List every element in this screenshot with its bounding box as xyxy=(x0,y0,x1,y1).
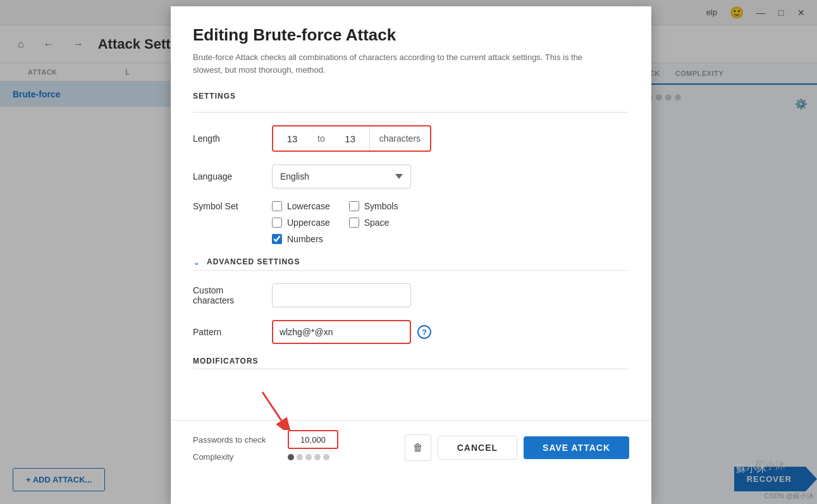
symbols-checkbox[interactable] xyxy=(349,201,359,211)
custom-chars-row: Custom characters xyxy=(193,283,629,307)
chinese-watermark-right: 蘇小沐 xyxy=(736,462,766,476)
delete-button[interactable]: 🗑 xyxy=(405,434,431,461)
comp-dot-4 xyxy=(314,454,321,460)
length-row: Length to characters xyxy=(193,125,629,152)
modal-title: Editing Brute-force Attack xyxy=(193,25,629,45)
checkbox-uppercase[interactable]: Uppercase xyxy=(272,218,330,228)
save-attack-button[interactable]: SAVE ATTACK xyxy=(524,436,629,459)
language-row: Language English French German Spanish xyxy=(193,164,629,188)
language-select[interactable]: English French German Spanish xyxy=(272,164,411,188)
advanced-divider xyxy=(193,270,629,271)
uppercase-checkbox[interactable] xyxy=(272,218,282,228)
comp-dot-2 xyxy=(297,454,303,460)
symbol-set-row: Symbol Set Lowercase Symbols Uppercase S… xyxy=(193,201,629,244)
footer-left: Passwords to check Complexity xyxy=(193,430,395,465)
pattern-label: Pattern xyxy=(193,327,262,337)
modificators-divider xyxy=(193,369,629,369)
symbol-set-label: Symbol Set xyxy=(193,201,262,211)
lowercase-checkbox[interactable] xyxy=(272,201,282,211)
comp-dot-5 xyxy=(323,454,329,460)
custom-chars-input[interactable] xyxy=(272,283,411,307)
pattern-help-icon[interactable]: ? xyxy=(417,325,431,339)
passwords-input[interactable] xyxy=(288,430,338,449)
passwords-label: Passwords to check xyxy=(193,435,281,445)
settings-section-label: SETTINGS xyxy=(193,92,629,101)
symbol-set-options: Lowercase Symbols Uppercase Space Number… xyxy=(272,201,407,244)
complexity-row: Complexity xyxy=(193,452,395,462)
length-label: Length xyxy=(193,133,262,144)
delete-icon: 🗑 xyxy=(413,442,423,453)
settings-divider xyxy=(193,112,629,113)
modal-footer: Passwords to check Complexity 🗑 CANCEL S… xyxy=(171,420,651,474)
custom-chars-label: Custom characters xyxy=(193,285,262,305)
length-separator: to xyxy=(311,133,331,144)
complexity-label: Complexity xyxy=(193,452,281,462)
modal-dialog: Editing Brute-force Attack Brute-force A… xyxy=(171,6,651,504)
checkbox-symbols[interactable]: Symbols xyxy=(349,201,407,211)
cancel-button[interactable]: CANCEL xyxy=(438,436,517,460)
space-label: Space xyxy=(364,218,390,228)
lowercase-label: Lowercase xyxy=(287,201,330,211)
uppercase-label: Uppercase xyxy=(287,218,330,228)
checkbox-numbers[interactable]: Numbers xyxy=(272,234,330,244)
numbers-checkbox[interactable] xyxy=(272,234,282,244)
chevron-down-icon[interactable]: ⌄ xyxy=(193,257,200,267)
modificators-label: MODIFICATORS xyxy=(193,357,629,366)
pattern-group: ? xyxy=(272,320,431,344)
modal-description: Brute-force Attack checks all combinatio… xyxy=(193,51,585,76)
pattern-row: Pattern ? xyxy=(193,320,629,344)
comp-dot-1 xyxy=(288,454,294,460)
modal-body: Editing Brute-force Attack Brute-force A… xyxy=(171,6,651,420)
symbols-label: Symbols xyxy=(364,201,398,211)
language-label: Language xyxy=(193,171,262,181)
complexity-dots xyxy=(288,454,329,460)
pattern-input[interactable] xyxy=(272,320,411,344)
passwords-row: Passwords to check xyxy=(193,430,395,449)
modificators-spacer xyxy=(193,382,629,407)
checkbox-space[interactable]: Space xyxy=(349,218,407,228)
checkbox-lowercase[interactable]: Lowercase xyxy=(272,201,330,211)
length-from-input[interactable] xyxy=(273,126,311,151)
advanced-section-label: ADVANCED SETTINGS xyxy=(207,257,300,266)
length-unit: characters xyxy=(369,126,430,151)
length-to-input[interactable] xyxy=(331,126,369,151)
numbers-label: Numbers xyxy=(287,234,323,244)
length-group: to characters xyxy=(272,125,431,152)
comp-dot-3 xyxy=(305,454,312,460)
space-checkbox[interactable] xyxy=(349,218,359,228)
footer-actions: 🗑 CANCEL SAVE ATTACK xyxy=(405,434,629,461)
advanced-settings-header: ⌄ ADVANCED SETTINGS xyxy=(193,257,629,267)
